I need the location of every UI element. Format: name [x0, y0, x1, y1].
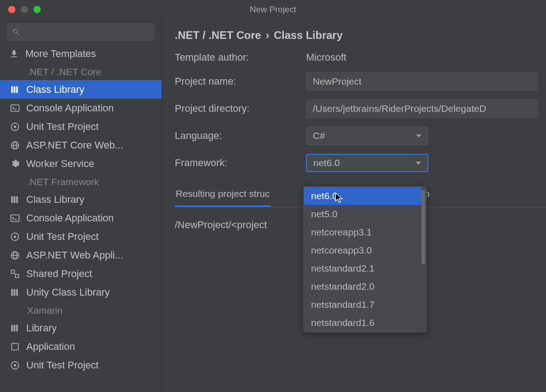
framework-row: Framework: net6.0 [175, 154, 546, 172]
web-icon [10, 140, 20, 150]
sidebar-item-shared-project[interactable]: Shared Project [0, 264, 162, 283]
framework-option-netstandard21[interactable]: netstandard2.1 [304, 259, 421, 277]
svg-rect-19 [15, 274, 19, 277]
sidebar-item-label: Console Application [26, 212, 114, 224]
svg-rect-24 [14, 325, 15, 331]
console-icon [10, 213, 20, 223]
console-icon [10, 103, 20, 113]
web-icon [10, 250, 20, 260]
sidebar-item-label: ASP.NET Core Web... [26, 139, 123, 151]
sidebar-item-label: Class Library [26, 194, 84, 206]
sidebar-item-console-app[interactable]: Console Application [0, 99, 162, 117]
framework-option-netstandard17[interactable]: netstandard1.7 [304, 296, 421, 314]
project-name-input[interactable] [306, 72, 538, 91]
sidebar-item-aspnet-web[interactable]: ASP.NET Web Appli... [0, 246, 162, 264]
library-icon [10, 85, 20, 95]
sidebar-item-label: More Templates [25, 48, 96, 60]
sidebar-item-xamarin-test[interactable]: Unit Test Project [0, 356, 162, 374]
template-author-value: Microsoft [306, 52, 346, 63]
chevron-down-icon [416, 134, 421, 138]
test-icon [10, 232, 20, 242]
download-icon [9, 49, 19, 59]
sidebar-item-aspnet-core[interactable]: ASP.NET Core Web... [0, 136, 162, 154]
svg-rect-25 [16, 325, 18, 331]
project-name-row: Project name: [175, 72, 546, 91]
minimize-window-button[interactable] [21, 6, 28, 13]
window-title: New Project [250, 5, 296, 14]
framework-value: net6.0 [313, 158, 340, 168]
svg-rect-20 [11, 289, 13, 296]
svg-rect-11 [16, 196, 18, 203]
tab-structure[interactable]: Resulting project struc [175, 188, 271, 207]
search-icon [12, 28, 20, 36]
library-icon [10, 287, 20, 297]
sidebar-item-label: Library [26, 322, 57, 334]
template-author-row: Template author: Microsoft [175, 52, 546, 63]
project-directory-input[interactable] [306, 100, 538, 118]
sidebar-item-label: Worker Service [26, 158, 94, 170]
titlebar: New Project [0, 0, 546, 19]
framework-dropdown: net6.0 net5.0 netcoreapp3.1 netcoreapp3.… [303, 186, 426, 332]
language-row: Language: C# [175, 127, 546, 145]
sidebar-item-label: Console Application [26, 102, 114, 114]
sidebar-item-unit-test[interactable]: Unit Test Project [0, 117, 162, 136]
library-icon [10, 323, 20, 333]
sidebar-item-label: Unit Test Project [26, 359, 99, 371]
project-directory-row: Project directory: [175, 100, 546, 118]
svg-point-5 [14, 125, 16, 128]
svg-rect-3 [11, 105, 19, 111]
framework-label: Framework: [175, 157, 306, 169]
framework-option-netstandard20[interactable]: netstandard2.0 [304, 277, 421, 296]
sidebar-item-class-library-fw[interactable]: Class Library [0, 190, 162, 209]
svg-point-14 [14, 235, 16, 238]
test-icon [10, 122, 20, 132]
sidebar-group-netcore: .NET / .NET Core [0, 63, 162, 80]
sidebar-item-worker-service[interactable]: Worker Service [0, 154, 162, 173]
more-templates-item[interactable]: More Templates [0, 44, 162, 63]
sidebar-item-xamarin-library[interactable]: Library [0, 319, 162, 337]
framework-option-net60[interactable]: net6.0 [304, 187, 421, 205]
sidebar-item-label: ASP.NET Web Appli... [26, 249, 123, 261]
template-author-label: Template author: [175, 52, 306, 63]
sidebar-item-class-library[interactable]: Class Library [0, 80, 162, 99]
framework-option-netcoreapp30[interactable]: netcoreapp3.0 [304, 241, 421, 259]
sidebar-item-unit-test-fw[interactable]: Unit Test Project [0, 227, 162, 246]
svg-rect-23 [11, 325, 13, 331]
framework-option-net50[interactable]: net5.0 [304, 205, 421, 223]
sidebar-item-label: Class Library [26, 84, 84, 96]
sidebar: More Templates .NET / .NET Core Class Li… [0, 19, 162, 392]
sidebar-group-netframework: .NET Framework [0, 173, 162, 190]
breadcrumb-template: Class Library [274, 29, 343, 42]
breadcrumb: .NET / .NET Core › Class Library [175, 29, 546, 42]
svg-rect-1 [14, 86, 15, 93]
breadcrumb-separator: › [266, 29, 269, 42]
svg-rect-0 [11, 86, 13, 93]
svg-rect-18 [11, 270, 14, 273]
sidebar-item-console-app-fw[interactable]: Console Application [0, 209, 162, 227]
language-label: Language: [175, 130, 306, 142]
app-icon [10, 342, 20, 352]
chevron-down-icon [416, 162, 421, 165]
close-window-button[interactable] [8, 6, 15, 13]
dropdown-scrollbar[interactable] [421, 190, 425, 264]
svg-rect-22 [16, 289, 18, 296]
sidebar-item-label: Unit Test Project [26, 121, 99, 133]
svg-rect-26 [12, 343, 19, 350]
breadcrumb-category: .NET / .NET Core [175, 29, 261, 42]
project-name-label: Project name: [175, 76, 306, 87]
search-input[interactable] [7, 24, 154, 41]
language-select[interactable]: C# [306, 127, 428, 145]
sidebar-item-xamarin-app[interactable]: Application [0, 337, 162, 356]
svg-rect-10 [14, 196, 15, 203]
framework-option-netcoreapp31[interactable]: netcoreapp3.1 [304, 223, 421, 241]
sidebar-item-unity-library[interactable]: Unity Class Library [0, 283, 162, 301]
sidebar-item-label: Unit Test Project [26, 231, 99, 243]
sidebar-item-label: Unity Class Library [26, 287, 110, 298]
svg-rect-9 [11, 196, 13, 203]
svg-rect-12 [11, 215, 19, 221]
framework-option-netstandard16[interactable]: netstandard1.6 [304, 314, 421, 332]
svg-rect-2 [16, 86, 18, 93]
language-value: C# [313, 130, 325, 141]
maximize-window-button[interactable] [34, 6, 41, 13]
framework-select[interactable]: net6.0 [306, 154, 428, 172]
